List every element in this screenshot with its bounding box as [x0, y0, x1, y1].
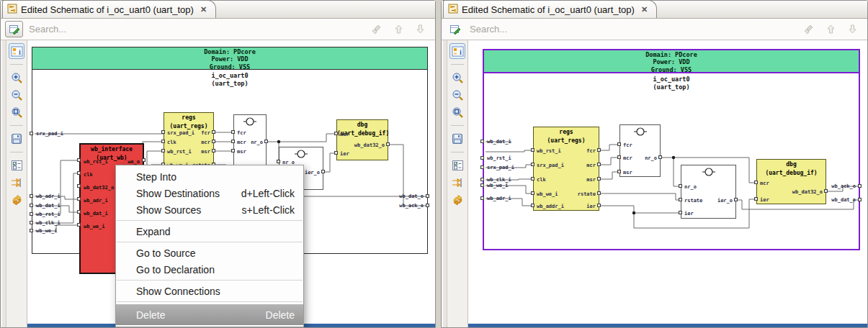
frame-port-pin-wb-dat-o[interactable] [858, 198, 862, 201]
context-menu-item-delete[interactable]: DeleteDelete [116, 304, 303, 325]
block-dbg[interactable]: dbg(uart_debug_if)mcrierwb_dat32_o [336, 119, 388, 160]
block-port-ier[interactable]: ier [340, 151, 349, 157]
frame-port-wb-dat-i[interactable]: wb_dat_i [487, 139, 511, 145]
save-button[interactable] [9, 131, 24, 147]
frame-port-pin-wb-adr-i[interactable] [30, 194, 33, 198]
block-regs[interactable]: regs(uart_regs)wb_rst_isrx_pad_iclkwb_we… [533, 127, 599, 211]
zoom-in-button[interactable] [9, 70, 24, 86]
block-port-pin-ier-o[interactable] [734, 198, 738, 201]
block-port-nr-o[interactable]: nr_o [251, 140, 263, 145]
block-port-pin-wb-rst-i[interactable] [161, 149, 165, 152]
block-port-ier[interactable]: ier [586, 204, 596, 209]
block-port-msr[interactable]: msr [623, 170, 632, 176]
block-port-pin-srx-pad-i[interactable] [531, 163, 534, 166]
block-port-pin-srx-pad-i[interactable] [161, 130, 165, 134]
block-port-pin-fcr[interactable] [617, 142, 621, 146]
block-port-wb-dat32-o[interactable]: wb_dat32_o [792, 189, 823, 195]
block-port-msr[interactable]: msr [586, 177, 596, 183]
context-menu-item-show-destinations[interactable]: Show Destinationsd+Left-Click [116, 185, 303, 201]
block-port-wb-dat32-o[interactable]: wb_dat32_o [354, 142, 385, 148]
frame-port-wb-we-i[interactable]: wb_we_i [487, 183, 509, 188]
find-next-icon[interactable] [846, 23, 859, 36]
find-next-icon[interactable] [413, 23, 426, 36]
find-previous-icon[interactable] [824, 23, 837, 36]
block-port-wb-addr-i[interactable]: wb_addr_i [537, 204, 564, 209]
sync-views-button[interactable] [449, 192, 465, 208]
frame-port-pin-wb-clk-i[interactable] [30, 221, 33, 224]
frame-port-pin-wb-rst-i[interactable] [30, 212, 33, 216]
block-port-ier-o[interactable]: ier_o [717, 198, 733, 204]
search-input[interactable] [468, 23, 798, 35]
zoom-out-button[interactable] [9, 87, 24, 103]
block-port-pin-ier-o[interactable] [321, 170, 325, 173]
tab-edited-schematic[interactable]: Edited Schematic of i_oc_uart0 (uart_top… [2, 0, 216, 18]
context-menu-item-expand[interactable]: Expand [116, 223, 303, 240]
block-port-clk[interactable]: clk [167, 140, 176, 145]
block-port-srx-pad-i[interactable]: srx_pad_i [167, 130, 194, 136]
block-dbg[interactable]: dbg(uart_debug_if)mcrierwb_dat32_o [756, 159, 826, 204]
context-menu-item-go-to-source[interactable]: Go to Source [116, 245, 303, 261]
block-port-mcr[interactable]: mcr [201, 140, 210, 145]
frame-port-wb-dat-o[interactable]: wb_dat_o [831, 197, 856, 203]
close-icon[interactable]: ✕ [200, 5, 207, 14]
display-options-button[interactable] [9, 158, 24, 173]
block-port-pin-wb-dat32-o[interactable] [386, 142, 390, 146]
block-port-pin-msr[interactable] [212, 149, 215, 152]
zoom-fit-button[interactable] [449, 104, 465, 120]
frame-port-pin-wb-dat-i[interactable] [30, 204, 33, 207]
block-port-fcr[interactable]: fcr [201, 130, 210, 136]
save-button[interactable] [449, 131, 465, 147]
block-port-pin-wb-we-i[interactable] [77, 223, 81, 227]
frame-port-pin-wb-ack-o[interactable] [426, 204, 429, 207]
find-previous-icon[interactable] [392, 23, 405, 36]
context-menu-item-step-into[interactable]: Step Into [116, 168, 303, 185]
frame-port-pin-wb-dat-o[interactable] [426, 194, 429, 198]
frame-port-wb-dat-o[interactable]: wb_dat_o [399, 193, 424, 199]
block-port-pin-wb-dat-i[interactable] [77, 210, 81, 214]
frame-port-srx-pad-i[interactable]: srx_pad_i [487, 165, 514, 170]
block-port-wb-rst-i[interactable]: wb_rst_i [537, 148, 561, 154]
trace-signals-button[interactable] [449, 175, 465, 191]
tab-edited-schematic[interactable]: Edited Schematic of i_oc_uart0 (uart_top… [443, 0, 657, 18]
block-port-ier-o[interactable]: ier_o [305, 170, 320, 176]
block-port-pin-wb-dat32-o[interactable] [77, 184, 81, 188]
block-port-wb-rst-i[interactable]: wb_rst_i [167, 149, 192, 155]
block-port-msr[interactable]: msr [201, 149, 210, 155]
view-info-toggle-button[interactable]: i [9, 43, 24, 59]
block-port-wb-dat32-o[interactable]: wb_dat32_o [84, 185, 114, 191]
block-port-pin-mcr[interactable] [231, 140, 235, 143]
block-port-pin-fcr[interactable] [231, 130, 235, 134]
block-port-pin-rstate[interactable] [597, 191, 601, 195]
block-port-clk[interactable]: clk [84, 172, 93, 178]
schematic-canvas[interactable]: Domain: PDcorePower: VDDGround: VSSi_oc_… [468, 40, 867, 327]
block-port-pin-wb-dat32-o[interactable] [824, 189, 828, 193]
block-port-we-o[interactable]: we_o [127, 159, 140, 165]
block-port-pin-nr-o[interactable] [658, 155, 662, 159]
frame-port-wb-clk-i[interactable]: wb_clk_i [36, 220, 61, 226]
frame-port-pin-wb-clk-i[interactable] [480, 178, 484, 181]
block-port-pin-clk[interactable] [161, 140, 165, 143]
block-port-pin-wb-addr-i[interactable] [531, 204, 534, 207]
block-port-mcr[interactable]: mcr [623, 155, 632, 161]
display-options-button[interactable] [449, 158, 465, 173]
frame-port-wb-ack-o[interactable]: wb_ack_o [831, 183, 856, 189]
frame-port-pin-wb-rst-i[interactable] [480, 156, 484, 160]
search-input[interactable] [27, 23, 366, 35]
frame-port-srx-pad-i[interactable]: srx_pad_i [36, 131, 63, 137]
block-port-mcr[interactable]: mcr [586, 163, 596, 168]
block-port-nr-o[interactable]: nr_o [645, 155, 657, 161]
block-port-mcr[interactable]: mcr [760, 181, 769, 186]
block-port-nr-o[interactable]: nr_o [684, 184, 697, 190]
block-port-pin-fcr[interactable] [212, 130, 215, 134]
block-port-clk[interactable]: clk [537, 177, 546, 183]
block-port-rstate[interactable]: rstate [578, 191, 596, 197]
close-icon[interactable]: ✕ [641, 5, 648, 14]
trace-signals-button[interactable] [9, 175, 24, 191]
block-port-wb-rst-i[interactable]: wb_rst_i [84, 159, 108, 165]
block-port-pin-nr-o[interactable] [277, 160, 280, 163]
frame-port-pin-srx-pad-i[interactable] [30, 132, 33, 135]
view-info-toggle-button[interactable]: i [449, 43, 465, 59]
block-comb-2[interactable]: nr_orstateierier_o [681, 165, 736, 219]
frame-port-wb-adr-i[interactable]: wb_adr_i [36, 193, 61, 199]
block-port-pin-wb-rst-i[interactable] [531, 148, 534, 152]
